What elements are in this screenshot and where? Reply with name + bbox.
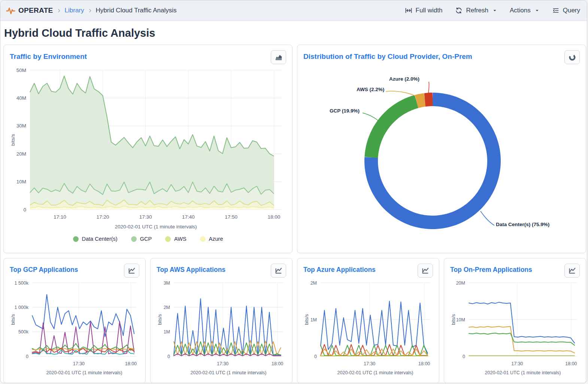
panel-title-top-azure[interactable]: Top Azure Applications [303, 264, 376, 274]
panel-top-onprem-applications: Top On-Prem Applications 010M20M17:3018:… [444, 258, 586, 383]
svg-text:1 000k: 1 000k [14, 305, 28, 310]
legend-dot [131, 236, 137, 242]
svg-text:18:00: 18:00 [418, 361, 430, 366]
panel-title-top-aws[interactable]: Top AWS Applications [157, 264, 225, 274]
panel-title-distribution[interactable]: Distribution of Traffic by Cloud Provide… [303, 50, 472, 61]
svg-text:2M: 2M [310, 280, 317, 286]
legend-label: Azure [209, 236, 223, 242]
panel-distribution: Distribution of Traffic by Cloud Provide… [297, 45, 586, 253]
legend-dot [165, 236, 171, 242]
svg-text:10M: 10M [16, 179, 26, 184]
page-title: Hybrid Cloud Traffic Analysis [4, 27, 583, 39]
svg-text:0: 0 [463, 354, 465, 359]
svg-text:18:00: 18:00 [565, 361, 577, 366]
top-onprem-applications-chart: 010M20M17:3018:002020-02-01 UTC (1 minut… [450, 278, 580, 379]
svg-text:17:30: 17:30 [139, 214, 152, 220]
svg-text:0: 0 [314, 354, 317, 359]
traffic-by-environment-chart: 010M20M30M40M50M17:1017:2017:3017:4017:5… [10, 65, 286, 233]
svg-text:18:00: 18:00 [272, 361, 283, 366]
line-chart-icon [275, 267, 283, 275]
panel-title-traffic[interactable]: Traffic by Environment [10, 50, 87, 61]
svg-text:1 500k: 1 500k [14, 280, 28, 286]
breadcrumb-current: Hybrid Cloud Traffic Analysis [96, 7, 177, 14]
donut-callout-gcp: GCP (19.9%) [330, 108, 360, 114]
svg-text:20M: 20M [16, 151, 26, 157]
line-chart-type-button[interactable] [271, 264, 286, 278]
svg-text:0: 0 [26, 354, 28, 359]
svg-text:0: 0 [23, 207, 26, 213]
line-chart-type-button[interactable] [564, 264, 580, 278]
svg-text:bits/s: bits/s [304, 314, 309, 325]
svg-text:bits/s: bits/s [157, 314, 163, 325]
donut-callout-aws: AWS (2.2%) [357, 87, 384, 92]
actions-button[interactable]: Actions [510, 7, 539, 14]
donut-callout-data-centers: Data Center(s) (75.9%) [496, 222, 549, 227]
line-chart-type-button[interactable] [124, 264, 139, 278]
legend-label: GCP [140, 236, 152, 242]
panel-title-top-onprem[interactable]: Top On-Prem Applications [450, 264, 532, 274]
legend-item[interactable]: GCP [131, 236, 152, 242]
svg-text:0: 0 [167, 354, 170, 359]
svg-text:2020-02-01 UTC (1 minute inter: 2020-02-01 UTC (1 minute intervals) [485, 370, 561, 375]
legend-item[interactable]: Azure [200, 236, 223, 242]
chevron-right-icon [57, 8, 61, 13]
svg-text:30M: 30M [16, 123, 26, 129]
top-aws-applications-chart: 01M2M3M17:3018:002020-02-01 UTC (1 minut… [157, 278, 286, 379]
svg-text:2020-02-01 UTC (1 minute inter: 2020-02-01 UTC (1 minute intervals) [115, 224, 197, 230]
panel-top-azure-applications: Top Azure Applications 01M2M17:3018:0020… [297, 258, 439, 383]
panel-top-aws-applications: Top AWS Applications 01M2M3M17:3018:0020… [150, 258, 293, 383]
legend-item[interactable]: AWS [165, 236, 187, 242]
panel-top-gcp-applications: Top GCP Applications 0500k1 000k1 500k17… [3, 258, 146, 383]
activity-logo-icon [6, 6, 15, 15]
svg-text:2020-02-01 UTC (1 minute inter: 2020-02-01 UTC (1 minute intervals) [46, 370, 122, 375]
brand: OPERATE [6, 6, 53, 15]
svg-text:500k: 500k [18, 329, 29, 334]
breadcrumb-library-link[interactable]: Library [65, 7, 84, 14]
legend-item[interactable]: Data Center(s) [73, 236, 118, 242]
panel-title-top-gcp[interactable]: Top GCP Applications [10, 264, 78, 274]
svg-text:bits/s: bits/s [451, 314, 456, 325]
full-width-button[interactable]: Full width [405, 7, 443, 14]
traffic-legend: Data Center(s)GCPAWSAzure [10, 236, 286, 242]
donut-chart-type-button[interactable] [564, 50, 580, 64]
svg-text:1M: 1M [164, 329, 170, 334]
line-chart-icon [568, 267, 576, 275]
full-width-icon [405, 7, 412, 14]
svg-text:bits/s: bits/s [10, 134, 16, 146]
top-azure-applications-chart: 01M2M17:3018:002020-02-01 UTC (1 minute … [303, 278, 433, 379]
line-chart-icon [128, 267, 136, 275]
legend-label: AWS [174, 236, 187, 242]
svg-text:17:30: 17:30 [511, 361, 523, 366]
area-chart-type-button[interactable] [271, 50, 286, 64]
line-chart-icon [421, 267, 430, 275]
area-chart-icon [275, 53, 283, 62]
brand-name: OPERATE [18, 6, 53, 15]
query-button[interactable]: Query [552, 7, 580, 14]
legend-dot [73, 236, 79, 242]
distribution-donut-chart: Data Center(s) (75.9%) GCP (19.9%) AWS (… [303, 64, 580, 247]
app-window: OPERATE Library Hybrid Cloud Traffic Ana… [0, 0, 587, 383]
legend-dot [200, 236, 206, 242]
svg-text:10M: 10M [456, 317, 465, 322]
svg-text:17:10: 17:10 [54, 214, 66, 220]
refresh-dropdown-caret[interactable] [492, 8, 497, 13]
svg-text:17:50: 17:50 [225, 214, 237, 220]
svg-text:17:30: 17:30 [364, 361, 375, 366]
svg-text:17:30: 17:30 [73, 361, 85, 366]
top-gcp-applications-chart: 0500k1 000k1 500k17:3018:002020-02-01 UT… [10, 278, 139, 379]
svg-text:17:20: 17:20 [96, 214, 109, 220]
svg-text:18:00: 18:00 [125, 361, 137, 366]
actions-dropdown-caret [535, 8, 539, 13]
panel-traffic-by-environment: Traffic by Environment 010M20M30M40M50M1… [3, 45, 293, 253]
svg-text:20M: 20M [456, 280, 465, 286]
svg-text:17:30: 17:30 [217, 361, 228, 366]
svg-text:50M: 50M [16, 68, 26, 73]
line-chart-type-button[interactable] [418, 264, 433, 278]
top-actions: Full width Refresh Actions [405, 7, 580, 14]
svg-text:bits/s: bits/s [10, 314, 16, 325]
svg-text:40M: 40M [16, 95, 26, 101]
svg-text:2020-02-01 UTC (1 minute inter: 2020-02-01 UTC (1 minute intervals) [191, 370, 267, 375]
chevron-right-icon [88, 8, 93, 13]
query-icon [552, 7, 560, 14]
refresh-button[interactable]: Refresh [455, 7, 497, 14]
